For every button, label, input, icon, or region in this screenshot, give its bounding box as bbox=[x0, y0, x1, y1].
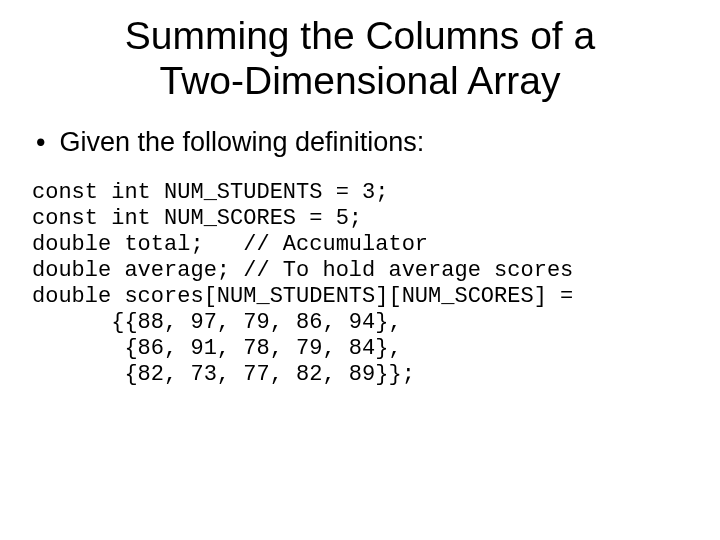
title-line-2: Two-Dimensional Array bbox=[160, 59, 561, 102]
bullet-item: • Given the following definitions: bbox=[30, 126, 690, 158]
code-line: const int NUM_STUDENTS = 3; bbox=[32, 180, 388, 205]
code-block: const int NUM_STUDENTS = 3; const int NU… bbox=[32, 180, 690, 388]
code-line: {{88, 97, 79, 86, 94}, bbox=[32, 310, 402, 335]
code-line: const int NUM_SCORES = 5; bbox=[32, 206, 362, 231]
code-line: double average; // To hold average score… bbox=[32, 258, 573, 283]
code-line: double scores[NUM_STUDENTS][NUM_SCORES] … bbox=[32, 284, 573, 309]
slide-title: Summing the Columns of a Two-Dimensional… bbox=[30, 14, 690, 104]
code-line: {82, 73, 77, 82, 89}}; bbox=[32, 362, 415, 387]
bullet-dot-icon: • bbox=[36, 126, 45, 158]
title-line-1: Summing the Columns of a bbox=[125, 14, 595, 57]
bullet-text: Given the following definitions: bbox=[59, 126, 424, 158]
slide: Summing the Columns of a Two-Dimensional… bbox=[0, 0, 720, 540]
code-line: {86, 91, 78, 79, 84}, bbox=[32, 336, 402, 361]
code-line: double total; // Accumulator bbox=[32, 232, 428, 257]
